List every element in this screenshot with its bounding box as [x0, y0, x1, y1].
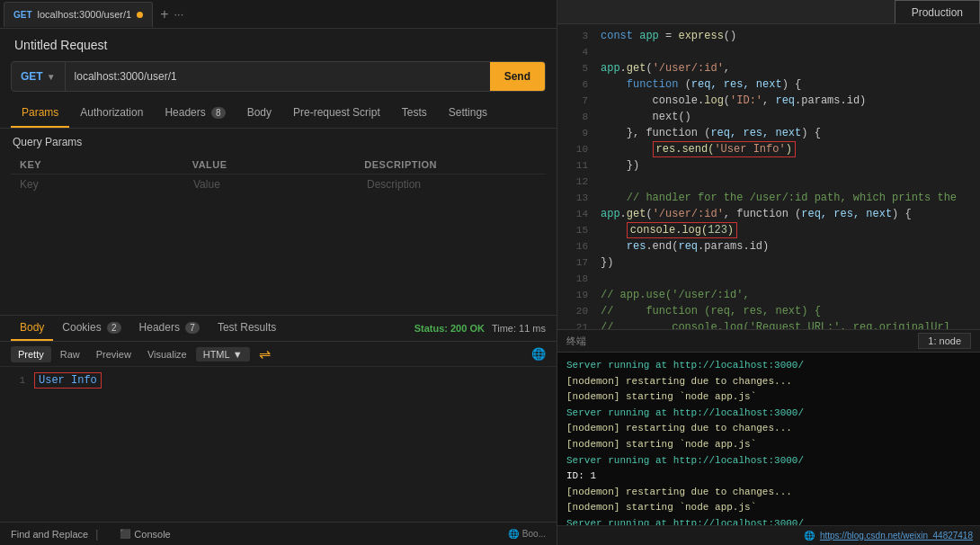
- term-line-3: [nodemon] starting `node app.js`: [566, 389, 971, 406]
- code-line-13: 13 // handler for the /user/:id path, wh…: [557, 190, 980, 206]
- code-line-14: 14 app.get('/user/:id', function (req, r…: [557, 206, 980, 222]
- format-type-label: HTML: [203, 349, 230, 360]
- url-bar: GET ▼ Send: [11, 61, 546, 92]
- param-desc-cell: [367, 178, 537, 191]
- tab-unsaved-dot: [137, 12, 143, 18]
- code-line-8: 8 next(): [557, 109, 980, 125]
- terminal: 终端 1: node Server running at http://loca…: [557, 329, 980, 545]
- code-line-7: 7 console.log('ID:', req.params.id): [557, 93, 980, 109]
- console-label: Console: [134, 529, 170, 540]
- code-line-21: 21 // console.log('Request URL:', req.or…: [557, 319, 980, 329]
- term-line-4: Server running at http://localhost:3000/: [566, 406, 971, 422]
- tab-tests[interactable]: Tests: [391, 99, 438, 128]
- tab-body[interactable]: Body: [236, 99, 282, 128]
- method-label: GET: [21, 70, 43, 83]
- right-panel: Production 3 const app = express() 4 5 a…: [557, 0, 980, 545]
- terminal-title-label: 终端: [566, 335, 586, 348]
- term-line-8: ID: 1: [566, 469, 971, 485]
- postman-panel: GET localhost:3000/user/1 + ··· Untitled…: [0, 0, 557, 545]
- response-body: 1 User Info: [0, 367, 557, 522]
- code-line-19: 19 // app.use('/user/:id',: [557, 287, 980, 303]
- param-value-input[interactable]: [193, 178, 363, 191]
- term-line-6: [nodemon] starting `node app.js`: [566, 437, 971, 453]
- status-badge: Status: 200 OK: [414, 323, 485, 334]
- code-line-3: 3 const app = express(): [557, 28, 980, 44]
- terminal-body: Server running at http://localhost:3000/…: [557, 353, 980, 525]
- response-tabs: Body Cookies 2 Headers 7 Test Results St…: [0, 316, 557, 342]
- response-tab-cookies[interactable]: Cookies 2: [53, 316, 129, 341]
- col-description: DESCRIPTION: [364, 159, 537, 170]
- time-badge: Time: 11 ms: [492, 323, 546, 334]
- format-type-select[interactable]: HTML ▼: [196, 347, 250, 362]
- param-key-input[interactable]: [20, 178, 190, 191]
- tab-method-badge: GET: [13, 10, 32, 20]
- response-line-1: 1 User Info: [11, 372, 546, 389]
- code-line-9: 9 }, function (req, res, next) {: [557, 125, 980, 141]
- send-button[interactable]: Send: [490, 62, 545, 91]
- request-nav-tabs: Params Authorization Headers 8 Body Pre-…: [0, 99, 557, 129]
- console-button[interactable]: ⬛ Console: [120, 529, 170, 540]
- response-value: User Info: [34, 372, 102, 389]
- tab-headers[interactable]: Headers 8: [154, 99, 236, 128]
- col-key: KEY: [20, 159, 192, 170]
- code-line-12: 12: [557, 174, 980, 190]
- tab-bar: GET localhost:3000/user/1 + ···: [0, 0, 557, 29]
- new-tab-button[interactable]: +: [160, 6, 168, 22]
- code-line-5: 5 app.get('/user/:id',: [557, 60, 980, 76]
- response-line-num: 1: [11, 375, 25, 386]
- format-pretty[interactable]: Pretty: [11, 346, 51, 362]
- code-line-16: 16 res.end(req.params.id): [557, 238, 980, 255]
- format-preview[interactable]: Preview: [89, 346, 138, 362]
- scroll-indicator: 🌐: [508, 529, 519, 539]
- response-tab-headers[interactable]: Headers 7: [130, 316, 209, 341]
- term-line-7: Server running at http://localhost:3000/: [566, 453, 971, 469]
- format-visualize[interactable]: Visualize: [140, 346, 194, 362]
- response-area: Body Cookies 2 Headers 7 Test Results St…: [0, 315, 557, 522]
- code-line-20: 20 // function (req, res, next) {: [557, 303, 980, 319]
- code-line-10: 10 res.send('User Info'): [557, 141, 980, 157]
- status-info: Status: 200 OK Time: 11 ms: [414, 323, 546, 334]
- response-tab-body[interactable]: Body: [11, 316, 53, 341]
- col-value: VALUE: [192, 159, 365, 170]
- term-line-9: [nodemon] restarting due to changes...: [566, 485, 971, 501]
- scroll-text: Boo...: [522, 529, 546, 539]
- code-line-18: 18: [557, 271, 980, 287]
- params-table: KEY VALUE DESCRIPTION: [11, 156, 546, 194]
- prod-tab-bar: Production: [557, 0, 980, 24]
- tab-pre-request[interactable]: Pre-request Script: [282, 99, 391, 128]
- code-line-15: 15 console.log(123): [557, 222, 980, 238]
- term-line-5: [nodemon] restarting due to changes...: [566, 421, 971, 437]
- url-input[interactable]: [66, 70, 490, 83]
- request-tab[interactable]: GET localhost:3000/user/1: [4, 2, 153, 27]
- code-editor: 3 const app = express() 4 5 app.get('/us…: [557, 24, 980, 329]
- code-line-4: 4: [557, 44, 980, 60]
- tab-params[interactable]: Params: [11, 99, 69, 128]
- method-chevron-icon: ▼: [47, 72, 56, 82]
- code-line-6: 6 function (req, res, next) {: [557, 76, 980, 93]
- wrap-icon[interactable]: ⇌: [259, 345, 271, 362]
- footer-url[interactable]: https://blog.csdn.net/weixin_44827418: [820, 531, 973, 541]
- console-icon: ⬛: [120, 529, 130, 539]
- code-line-17: 17 }): [557, 255, 980, 271]
- tab-url-label: localhost:3000/user/1: [38, 9, 132, 20]
- bottom-bar: Find and Replace | ⬛ Console 🌐 Boo...: [0, 522, 557, 545]
- term-line-10: [nodemon] starting `node app.js`: [566, 500, 971, 516]
- find-replace-label[interactable]: Find and Replace: [11, 529, 88, 540]
- scroll-indicator: 🌐: [804, 531, 815, 541]
- globe-icon: 🌐: [531, 347, 546, 361]
- format-raw[interactable]: Raw: [53, 346, 87, 362]
- method-select[interactable]: GET ▼: [12, 62, 66, 91]
- query-params-title: Query Params: [0, 129, 557, 156]
- format-tabs: Pretty Raw Preview Visualize HTML ▼ ⇌ 🌐: [0, 342, 557, 367]
- code-line-11: 11 }): [557, 157, 980, 174]
- response-tab-test-results[interactable]: Test Results: [209, 316, 285, 341]
- tab-authorization[interactable]: Authorization: [69, 99, 154, 128]
- param-desc-input[interactable]: [367, 178, 537, 191]
- url-footer: 🌐 https://blog.csdn.net/weixin_44827418: [557, 525, 980, 545]
- params-header: KEY VALUE DESCRIPTION: [11, 156, 546, 174]
- terminal-header: 终端 1: node: [557, 330, 980, 353]
- terminal-tab[interactable]: 1: node: [918, 333, 971, 349]
- tabs-more-button[interactable]: ···: [174, 7, 183, 21]
- production-tab[interactable]: Production: [895, 0, 980, 23]
- tab-settings[interactable]: Settings: [438, 99, 498, 128]
